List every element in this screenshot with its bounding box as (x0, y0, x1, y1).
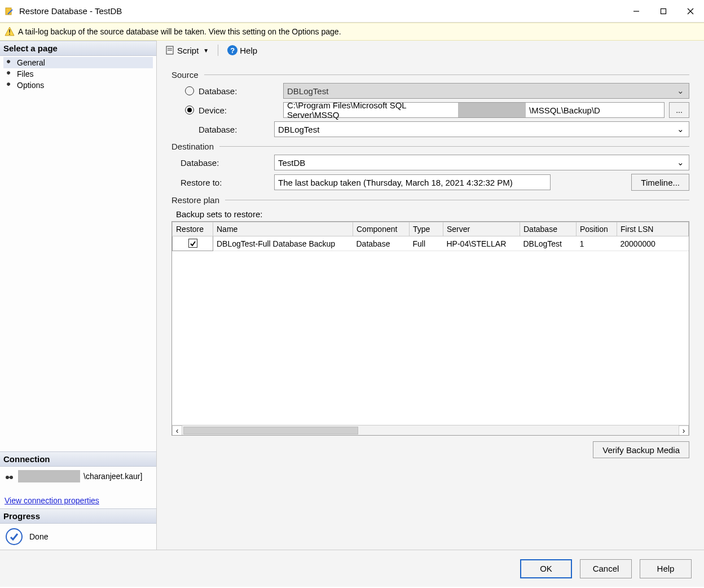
connection-head: Connection (0, 451, 156, 467)
minimize-button[interactable] (623, 0, 650, 23)
dialog-footer: OK Cancel Help (0, 550, 704, 587)
close-button[interactable] (677, 0, 704, 23)
browse-device-button[interactable]: ... (669, 102, 689, 118)
restore-to-label: Restore to: (181, 178, 274, 187)
app-icon (5, 6, 15, 16)
cell-position: 1 (577, 236, 617, 251)
source-sub-database-label: Database: (199, 125, 274, 134)
destination-head: Destination (171, 142, 219, 151)
scroll-thumb[interactable] (183, 427, 358, 435)
source-device-label: Device: (199, 106, 283, 115)
restore-to-input (274, 174, 551, 190)
chevron-down-icon: ⌄ (675, 86, 685, 96)
wrench-icon (6, 70, 14, 78)
view-connection-properties-link[interactable]: View connection properties (5, 496, 99, 505)
col-position[interactable]: Position (577, 222, 617, 236)
cell-component: Database (353, 236, 410, 251)
source-database-combo: DBLogTest⌄ (283, 83, 689, 99)
warning-text: A tail-log backup of the source database… (18, 27, 341, 36)
help-button[interactable]: ? Help (224, 44, 261, 56)
restore-plan-head: Restore plan (171, 195, 225, 205)
ok-button[interactable]: OK (520, 559, 572, 578)
maximize-button[interactable] (650, 0, 677, 23)
timeline-button[interactable]: Timeline... (631, 174, 689, 191)
svg-point-7 (9, 33, 10, 34)
source-device-radio[interactable] (185, 106, 194, 115)
redacted-server (18, 470, 80, 482)
sidebar: Select a page General Files Options Conn… (0, 41, 157, 550)
main-panel: Script ▼ ? Help Source Database: DBLogTe… (157, 41, 704, 550)
window-title: Restore Database - TestDB (19, 6, 623, 16)
col-name[interactable]: Name (213, 222, 353, 236)
select-page-head: Select a page (0, 41, 156, 56)
destination-database-combo[interactable]: TestDB⌄ (274, 155, 689, 170)
scroll-right-arrow[interactable]: › (679, 425, 689, 436)
warning-icon (5, 27, 15, 37)
device-path-input[interactable]: C:\Program Files\Microsoft SQL Server\MS… (283, 102, 665, 118)
source-database-radio[interactable] (185, 86, 194, 95)
col-component[interactable]: Component (353, 222, 410, 236)
cell-database: DBLogTest (520, 236, 577, 251)
horizontal-scrollbar[interactable]: ‹ › (172, 425, 689, 435)
wrench-icon (6, 59, 14, 67)
cancel-button[interactable]: Cancel (580, 559, 632, 578)
script-button[interactable]: Script ▼ (161, 44, 212, 56)
script-label: Script (177, 46, 199, 55)
progress-head: Progress (0, 508, 156, 524)
col-restore[interactable]: Restore (173, 222, 213, 236)
sidebar-item-label: General (17, 58, 45, 67)
scroll-left-arrow[interactable]: ‹ (172, 425, 182, 436)
svg-rect-2 (661, 8, 666, 14)
toolbar: Script ▼ ? Help (157, 41, 704, 60)
col-type[interactable]: Type (410, 222, 443, 236)
help-icon: ? (227, 45, 237, 55)
script-icon (165, 45, 175, 55)
server-icon (5, 471, 15, 481)
cell-type: Full (410, 236, 443, 251)
redacted-path (458, 102, 526, 118)
sidebar-item-label: Files (17, 69, 34, 78)
wrench-icon (6, 81, 14, 89)
col-database[interactable]: Database (520, 222, 577, 236)
cell-first-lsn: 20000000 (617, 236, 689, 251)
sidebar-item-files[interactable]: Files (3, 68, 153, 80)
table-row[interactable]: DBLogTest-Full Database Backup Database … (173, 236, 689, 251)
cell-name: DBLogTest-Full Database Backup (213, 236, 353, 251)
source-sub-database-combo[interactable]: DBLogTest⌄ (274, 121, 689, 137)
verify-backup-media-button[interactable]: Verify Backup Media (593, 441, 689, 458)
backup-sets-label: Backup sets to restore: (171, 209, 689, 219)
restore-checkbox[interactable] (188, 239, 197, 248)
help-label: Help (240, 46, 257, 55)
toolbar-separator (218, 45, 218, 56)
done-check-icon (6, 528, 23, 545)
source-head: Source (171, 70, 204, 80)
chevron-down-icon: ⌄ (675, 124, 685, 134)
sidebar-item-label: Options (17, 81, 44, 90)
destination-database-label: Database: (181, 158, 274, 168)
chevron-down-icon: ⌄ (675, 157, 685, 168)
col-first-lsn[interactable]: First LSN (617, 222, 689, 236)
sidebar-item-general[interactable]: General (3, 57, 153, 68)
warning-bar: A tail-log backup of the source database… (0, 23, 704, 41)
col-server[interactable]: Server (443, 222, 520, 236)
help-button-footer[interactable]: Help (640, 559, 692, 578)
titlebar: Restore Database - TestDB (0, 0, 704, 23)
chevron-down-icon: ▼ (203, 47, 209, 54)
backup-sets-table: Restore Name Component Type Server Datab… (171, 221, 689, 436)
progress-status: Done (29, 532, 48, 541)
sidebar-item-options[interactable]: Options (3, 80, 153, 91)
cell-server: HP-04\STELLAR (443, 236, 520, 251)
source-database-label: Database: (199, 86, 283, 96)
connection-user: \charanjeet.kaur] (83, 472, 142, 481)
